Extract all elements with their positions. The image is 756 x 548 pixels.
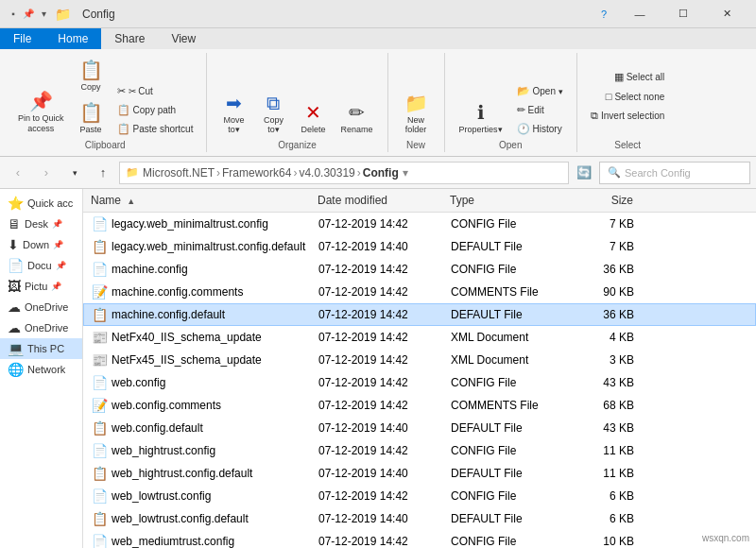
delete-button[interactable]: ✕ Delete xyxy=(294,97,332,138)
table-row[interactable]: 📄 web_mediumtrust.config 07-12-2019 14:4… xyxy=(83,530,756,548)
group-open: ℹ Properties▾ 📂 Open ▾ ✏ Edit 🕐 xyxy=(445,53,578,152)
table-row[interactable]: 📄 web_hightrust.config 07-12-2019 14:42 … xyxy=(83,439,756,462)
cell-type-11: DEFAULT File xyxy=(443,466,566,481)
tab-home[interactable]: Home xyxy=(44,28,101,49)
sidebar-item-downloads[interactable]: ⬇ Down 📌 xyxy=(0,234,82,255)
select-buttons: ▦ Select all □ Select none ⧉ Invert sele… xyxy=(585,55,670,138)
file-icon-12: 📄 xyxy=(92,488,108,504)
search-placeholder: Search Config xyxy=(625,167,691,179)
cell-size-10: 11 KB xyxy=(566,443,642,458)
cell-date-0: 07-12-2019 14:42 xyxy=(311,216,443,231)
cell-type-14: CONFIG File xyxy=(443,534,566,548)
search-box[interactable]: 🔍 Search Config xyxy=(599,162,750,184)
cell-type-5: XML Document xyxy=(443,330,566,345)
table-row[interactable]: 📄 machine.config 07-12-2019 14:42 CONFIG… xyxy=(83,258,756,281)
filename-7: web.config xyxy=(112,376,165,389)
organize-label: Organize xyxy=(278,140,317,150)
cell-size-9: 43 KB xyxy=(566,420,642,436)
open-button[interactable]: 📂 Open ▾ xyxy=(511,82,569,100)
cell-date-5: 07-12-2019 14:42 xyxy=(311,330,443,345)
help-button[interactable]: ? xyxy=(590,0,618,28)
table-row[interactable]: 📄 web_lowtrust.config 07-12-2019 14:42 C… xyxy=(83,485,756,507)
back-button[interactable]: ‹ xyxy=(6,161,30,185)
sidebar-item-network[interactable]: 🌐 Network xyxy=(0,359,82,380)
file-icon-0: 📄 xyxy=(92,216,108,231)
table-row[interactable]: 📋 legacy.web_minimaltrust.config.default… xyxy=(83,235,756,258)
col-type[interactable]: Type xyxy=(442,192,565,209)
sidebar-item-quick-access[interactable]: ⭐ Quick acc xyxy=(0,193,82,214)
cut-button[interactable]: ✂ ✂ Cut xyxy=(112,82,199,100)
sidebar-item-onedrive1[interactable]: ☁ OneDrive xyxy=(0,297,82,317)
table-row[interactable]: 📋 web_lowtrust.config.default 07-12-2019… xyxy=(83,507,756,530)
clipboard-label: Clipboard xyxy=(85,140,126,150)
refresh-button[interactable]: 🔄 xyxy=(573,162,595,184)
cell-type-4: DEFAULT File xyxy=(443,307,566,322)
table-row[interactable]: 📋 web.config.default 07-12-2019 14:40 DE… xyxy=(83,417,756,439)
select-all-button[interactable]: ▦ Select all xyxy=(609,68,671,86)
col-size[interactable]: Size xyxy=(565,192,641,209)
pin-to-quick-button[interactable]: 📌 Pin to Quick access xyxy=(11,86,71,138)
history-icon: 🕐 xyxy=(517,123,530,135)
sidebar: ⭐ Quick acc 🖥 Desk 📌 ⬇ Down 📌 📄 Docu 📌 🖼… xyxy=(0,189,83,548)
cell-type-1: DEFAULT File xyxy=(443,239,566,254)
tab-share[interactable]: Share xyxy=(101,28,158,49)
edit-button[interactable]: ✏ Edit xyxy=(511,101,569,119)
table-row[interactable]: 📄 legacy.web_minimaltrust.config 07-12-2… xyxy=(83,213,756,235)
maximize-button[interactable]: ☐ xyxy=(662,0,705,28)
col-name[interactable]: Name ▲ xyxy=(83,192,310,209)
tab-view[interactable]: View xyxy=(158,28,209,49)
file-icon-1: 📋 xyxy=(92,239,108,254)
file-icon-13: 📋 xyxy=(92,511,108,526)
rename-button[interactable]: ✏ Rename xyxy=(334,97,379,138)
history-button[interactable]: 🕐 History xyxy=(511,120,569,138)
up-button[interactable]: ↑ xyxy=(91,161,115,185)
move-to-icon: ➡ xyxy=(226,92,242,114)
open-buttons: ℹ Properties▾ 📂 Open ▾ ✏ Edit 🕐 xyxy=(453,55,570,138)
sidebar-item-onedrive2[interactable]: ☁ OneDrive xyxy=(0,317,82,338)
minimize-button[interactable]: — xyxy=(618,0,662,28)
new-folder-button[interactable]: 📁 Newfolder xyxy=(397,88,435,138)
sidebar-item-this-pc[interactable]: 💻 This PC xyxy=(0,338,82,359)
table-row[interactable]: 📋 machine.config.default 07-12-2019 14:4… xyxy=(83,303,756,326)
properties-button[interactable]: ℹ Properties▾ xyxy=(453,97,509,138)
paste-shortcut-button[interactable]: 📋 Paste shortcut xyxy=(112,120,199,138)
sidebar-item-pictures[interactable]: 🖼 Pictu 📌 xyxy=(0,276,82,297)
cell-size-11: 11 KB xyxy=(566,466,642,481)
copy-button[interactable]: 📋 Copy xyxy=(73,55,110,95)
close-button[interactable]: ✕ xyxy=(705,0,748,28)
table-row[interactable]: 📰 NetFx45_IIS_schema_update 07-12-2019 1… xyxy=(83,349,756,371)
filename-2: machine.config xyxy=(112,263,188,276)
tab-file[interactable]: File xyxy=(0,28,44,49)
copy-path-button[interactable]: 📋 Copy path xyxy=(112,101,199,119)
cut-icon: ✂ xyxy=(117,85,126,97)
table-row[interactable]: 📄 web.config 07-12-2019 14:42 CONFIG Fil… xyxy=(83,371,756,394)
documents-icon: 📄 xyxy=(8,258,24,273)
filename-11: web_hightrust.config.default xyxy=(112,467,252,480)
cell-name-2: 📄 machine.config xyxy=(84,261,311,278)
cell-size-8: 68 KB xyxy=(566,398,642,413)
select-none-icon: □ xyxy=(606,91,612,102)
table-row[interactable]: 📰 NetFx40_IIS_schema_update 07-12-2019 1… xyxy=(83,326,756,349)
address-path[interactable]: 📁 Microsoft.NET › Framework64 › v4.0.303… xyxy=(119,162,569,184)
table-row[interactable]: 📝 web.config.comments 07-12-2019 14:42 C… xyxy=(83,394,756,417)
cell-name-1: 📋 legacy.web_minimaltrust.config.default xyxy=(84,238,311,255)
forward-button[interactable]: › xyxy=(34,161,59,185)
paste-button[interactable]: 📋 Paste xyxy=(73,97,110,138)
recent-button[interactable]: ▾ xyxy=(62,161,87,185)
filename-9: web.config.default xyxy=(112,421,203,435)
table-row[interactable]: 📝 machine.config.comments 07-12-2019 14:… xyxy=(83,281,756,303)
cell-name-11: 📋 web_hightrust.config.default xyxy=(84,465,311,482)
invert-selection-button[interactable]: ⧉ Invert selection xyxy=(585,107,670,125)
filename-14: web_mediumtrust.config xyxy=(112,535,234,548)
sidebar-item-desktop[interactable]: 🖥 Desk 📌 xyxy=(0,214,82,234)
properties-icon: ℹ xyxy=(477,101,485,124)
sidebar-item-documents[interactable]: 📄 Docu 📌 xyxy=(0,255,82,276)
copy-to-button[interactable]: ⧉ Copyto▾ xyxy=(254,89,292,138)
file-icon-7: 📄 xyxy=(92,375,108,390)
table-row[interactable]: 📋 web_hightrust.config.default 07-12-201… xyxy=(83,462,756,485)
file-icon-5: 📰 xyxy=(92,330,108,345)
move-to-button[interactable]: ➡ Moveto▾ xyxy=(215,88,252,138)
col-date[interactable]: Date modified xyxy=(310,192,442,209)
folder-icon: 📁 xyxy=(55,7,71,22)
select-none-button[interactable]: □ Select none xyxy=(600,88,670,105)
